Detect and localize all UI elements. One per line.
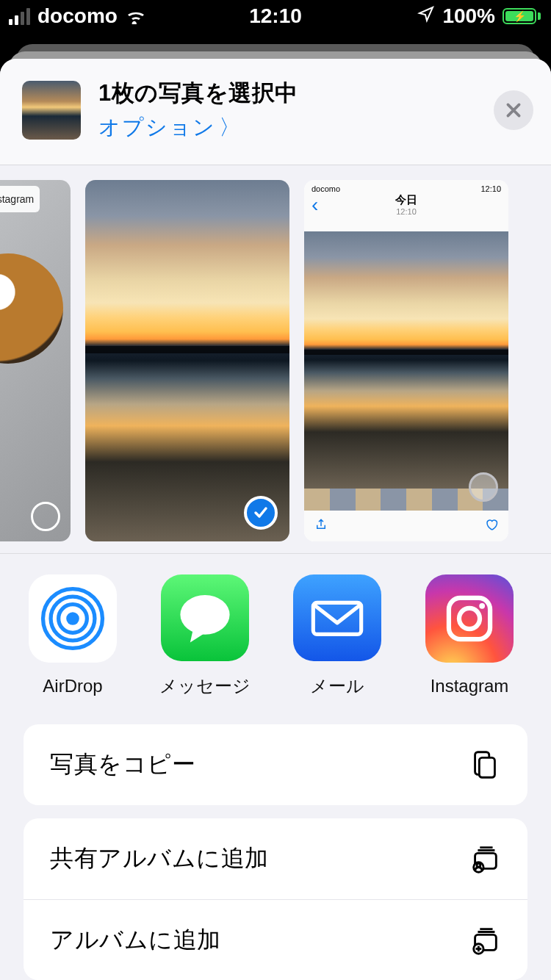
cellular-signal-icon (9, 8, 30, 25)
back-chevron-icon: ‹ (311, 193, 318, 217)
svg-rect-9 (479, 757, 494, 777)
selected-checkmark-icon[interactable] (244, 496, 278, 530)
action-copy-photo[interactable]: 写真をコピー (24, 724, 527, 805)
svg-rect-5 (313, 602, 361, 634)
add-album-icon (467, 923, 503, 958)
mail-icon (293, 574, 381, 661)
action-list: 写真をコピー 共有アルバムに追加 アルバムに追加 (0, 724, 551, 980)
share-sheet: 1枚の写真を選択中 オプション 〉 写真 Instagram 写真: 10,24… (0, 59, 551, 980)
action-label: 写真をコピー (50, 749, 195, 781)
chevron-right-icon: 〉 (219, 113, 242, 143)
options-label: オプション (98, 113, 216, 143)
share-target-messages[interactable]: メッセージ (157, 574, 253, 698)
share-apps-row[interactable]: AirDrop メッセージ メール Instagram (0, 554, 551, 724)
food-image (0, 253, 63, 364)
share-target-mail[interactable]: メール (289, 574, 385, 698)
battery-icon: ⚡ (503, 8, 541, 24)
selection-circle[interactable] (469, 472, 498, 502)
app-label: メッセージ (159, 674, 251, 698)
action-label: アルバムに追加 (50, 924, 221, 956)
svg-point-4 (180, 595, 229, 635)
action-add-album[interactable]: アルバムに追加 (24, 899, 527, 980)
action-label: 共有アルバムに追加 (50, 843, 269, 875)
status-bar: docomo 12:10 100% ⚡ (0, 0, 551, 32)
instagram-icon (425, 574, 514, 663)
battery-pct: 100% (442, 4, 495, 28)
mini-carrier: docomo (311, 184, 340, 193)
selected-thumbnail (22, 81, 81, 140)
wifi-icon (125, 8, 147, 24)
svg-point-0 (66, 612, 79, 625)
heart-icon (485, 518, 498, 534)
svg-point-7 (459, 608, 480, 629)
preview-item[interactable]: docomo12:10 ‹ 今日 12:10 (304, 180, 508, 541)
messages-icon (161, 574, 249, 661)
sunset-photo (85, 180, 289, 541)
sheet-title: 1枚の写真を選択中 (98, 78, 476, 109)
photo-preview-strip[interactable]: 写真 Instagram 写真: 10,242枚、 docomo12:10 ‹ … (0, 165, 551, 554)
share-icon (314, 518, 328, 534)
copy-icon (467, 747, 503, 782)
selection-circle[interactable] (31, 502, 60, 531)
close-button[interactable] (494, 90, 533, 130)
instagram-badge: Instagram (0, 186, 40, 212)
close-icon (504, 101, 523, 120)
mini-subtime: 12:10 (396, 207, 417, 216)
shared-album-icon (467, 841, 503, 876)
share-target-instagram[interactable]: Instagram (422, 574, 517, 698)
share-target-airdrop[interactable]: AirDrop (25, 574, 120, 698)
preview-item-selected[interactable] (85, 180, 289, 541)
action-add-shared-album[interactable]: 共有アルバムに追加 (24, 818, 527, 899)
app-label: Instagram (431, 676, 509, 696)
airdrop-icon (29, 574, 117, 663)
sheet-header: 1枚の写真を選択中 オプション 〉 (0, 59, 551, 165)
carrier-label: docomo (37, 4, 118, 28)
app-label: メール (310, 674, 364, 698)
preview-item[interactable]: 写真 Instagram 写真: 10,242枚、 (0, 180, 71, 541)
app-label: AirDrop (43, 676, 102, 696)
mini-time: 12:10 (480, 184, 501, 193)
options-button[interactable]: オプション 〉 (98, 113, 476, 143)
location-icon (417, 4, 435, 28)
mini-day: 今日 (395, 193, 417, 207)
svg-point-8 (479, 602, 485, 608)
